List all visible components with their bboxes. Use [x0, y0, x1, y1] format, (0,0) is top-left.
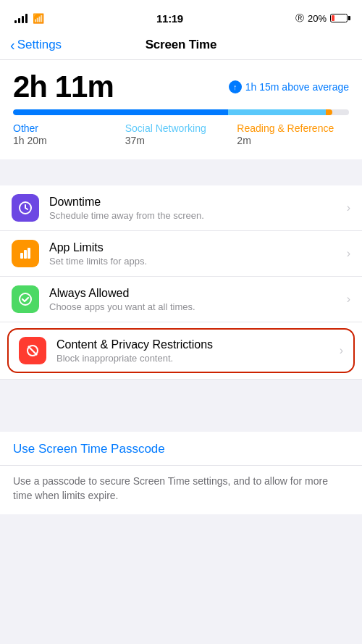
svg-rect-3	[28, 248, 30, 259]
progress-orange	[326, 109, 332, 115]
progress-bar	[13, 109, 349, 115]
app-limits-title: App Limits	[49, 241, 347, 254]
category-labels: Other 1h 20m Social Networking 37m Readi…	[13, 122, 349, 146]
always-allowed-icon	[12, 285, 39, 313]
app-limits-text: App Limits Set time limits for apps.	[49, 241, 347, 267]
wifi-icon: 📶	[33, 13, 44, 24]
passcode-link-text: Use Screen Time Passcode	[13, 442, 165, 456]
chevron-right-icon: ›	[347, 247, 350, 260]
downtime-title: Downtime	[49, 196, 347, 209]
content-privacy-title: Content & Privacy Restrictions	[56, 338, 340, 351]
separator-1	[0, 159, 362, 185]
separator-2	[0, 380, 362, 406]
progress-teal	[228, 109, 326, 115]
signal-icon	[14, 13, 28, 23]
svg-rect-2	[24, 250, 27, 259]
settings-item-content-privacy[interactable]: Content & Privacy Restrictions Block ina…	[7, 328, 355, 373]
svg-point-4	[20, 293, 31, 305]
category-reading-time: 2m	[237, 135, 349, 146]
nav-bar: ‹ Settings Screen Time	[0, 32, 362, 60]
category-social: Social Networking 37m	[125, 122, 237, 146]
status-bar: 📶 11:19 Ⓡ 20%	[0, 0, 362, 32]
chevron-right-icon: ›	[347, 293, 350, 306]
category-other-time: 1h 20m	[13, 135, 125, 146]
passcode-section: Use Screen Time Passcode Use a passcode …	[0, 432, 362, 514]
battery-icon	[330, 14, 348, 22]
category-reading-name: Reading & Reference	[237, 122, 349, 134]
svg-rect-1	[20, 253, 23, 259]
app-limits-icon	[12, 240, 39, 267]
screen-time-card: 2h 11m ↑ 1h 15m above average Other 1h 2…	[0, 60, 362, 159]
content-privacy-wrapper: Content & Privacy Restrictions Block ina…	[0, 322, 362, 380]
content-privacy-icon	[19, 337, 46, 364]
screen-time-header: 2h 11m ↑ 1h 15m above average	[13, 72, 349, 102]
downtime-text: Downtime Schedule time away from the scr…	[49, 196, 347, 221]
svg-line-6	[29, 347, 37, 355]
chevron-right-icon: ›	[347, 201, 350, 214]
battery-fill	[332, 15, 334, 21]
passcode-link[interactable]: Use Screen Time Passcode	[0, 432, 362, 466]
battery-pct: 20%	[308, 13, 327, 24]
page-title: Screen Time	[146, 38, 217, 52]
content-privacy-subtitle: Block inappropriate content.	[56, 353, 340, 364]
back-button[interactable]: ‹ Settings	[10, 38, 62, 52]
category-reading: Reading & Reference 2m	[237, 122, 349, 146]
app-limits-subtitle: Set time limits for apps.	[49, 256, 347, 267]
above-average-label: ↑ 1h 15m above average	[229, 80, 349, 93]
always-allowed-subtitle: Choose apps you want at all times.	[49, 301, 347, 312]
chevron-right-icon: ›	[340, 344, 343, 357]
status-time: 11:19	[156, 12, 183, 25]
arrow-up-icon: ↑	[229, 80, 242, 93]
settings-item-downtime[interactable]: Downtime Schedule time away from the scr…	[0, 185, 362, 231]
always-allowed-text: Always Allowed Choose apps you want at a…	[49, 287, 347, 312]
category-social-time: 37m	[125, 135, 237, 146]
back-label: Settings	[17, 38, 62, 52]
category-other: Other 1h 20m	[13, 122, 125, 146]
settings-list: Downtime Schedule time away from the scr…	[0, 185, 362, 380]
settings-item-app-limits[interactable]: App Limits Set time limits for apps. ›	[0, 231, 362, 277]
downtime-icon	[12, 194, 39, 222]
category-other-name: Other	[13, 122, 125, 134]
category-social-name: Social Networking	[125, 122, 237, 134]
above-average-text: 1h 15m above average	[245, 81, 349, 93]
screen-time-total: 2h 11m	[13, 72, 114, 102]
passcode-description: Use a passcode to secure Screen Time set…	[0, 466, 362, 514]
lock-icon: Ⓡ	[295, 12, 304, 25]
status-left: 📶	[14, 13, 44, 24]
status-right: Ⓡ 20%	[295, 12, 348, 25]
progress-blue	[13, 109, 228, 115]
always-allowed-title: Always Allowed	[49, 287, 347, 300]
settings-item-always-allowed[interactable]: Always Allowed Choose apps you want at a…	[0, 277, 362, 322]
downtime-subtitle: Schedule time away from the screen.	[49, 210, 347, 221]
content-privacy-text: Content & Privacy Restrictions Block ina…	[56, 338, 340, 364]
back-chevron-icon: ‹	[10, 38, 15, 52]
